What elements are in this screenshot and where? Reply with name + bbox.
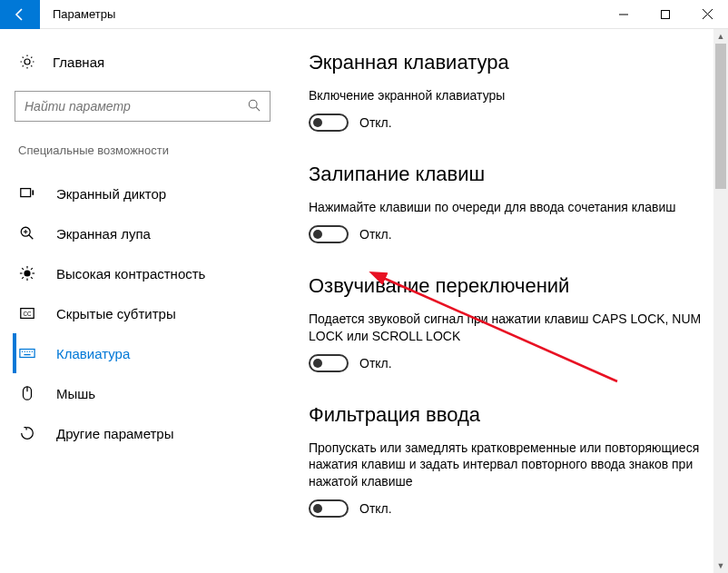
section-desc-sticky: Нажимайте клавиши по очереди для ввода с… [309, 199, 704, 216]
sidebar-item-other[interactable]: Другие параметры [13, 413, 272, 453]
svg-line-19 [22, 277, 24, 279]
mouse-icon [18, 384, 36, 402]
sidebar-item-mouse[interactable]: Мышь [13, 373, 272, 413]
svg-point-27 [29, 351, 30, 351]
section-desc-filter: Пропускать или замедлять кратковременные… [309, 440, 704, 491]
toggle-filter[interactable] [309, 499, 349, 518]
toggle-togglekeys[interactable] [309, 354, 349, 372]
close-button[interactable] [686, 0, 728, 29]
section-heading-osk: Экранная клавиатура [309, 51, 704, 74]
svg-point-28 [32, 351, 33, 351]
content-pane: Экранная клавиатура Включение экранной к… [281, 29, 728, 573]
section-header: Специальные возможности [13, 140, 272, 161]
toggle-osk[interactable] [309, 114, 349, 132]
toggle-label-filter: Откл. [359, 501, 392, 516]
svg-rect-29 [24, 354, 30, 355]
svg-rect-6 [21, 189, 31, 197]
search-input[interactable] [25, 99, 248, 114]
section-heading-filter: Фильтрация ввода [309, 403, 704, 427]
svg-point-24 [22, 351, 23, 351]
svg-point-4 [249, 100, 257, 108]
svg-line-5 [256, 107, 260, 111]
scrollbar[interactable]: ▲ ▼ [713, 29, 728, 573]
sidebar-item-label: Высокая контрастность [56, 266, 205, 282]
sidebar-item-magnifier[interactable]: Экранная лупа [13, 213, 272, 253]
sidebar-item-label: Экранная лупа [56, 226, 151, 242]
svg-line-20 [31, 268, 33, 270]
gear-icon [18, 53, 36, 71]
toggle-label-togglekeys: Откл. [359, 356, 392, 370]
svg-point-26 [26, 351, 27, 351]
sidebar-item-label: Клавиатура [56, 346, 130, 361]
magnifier-icon [18, 224, 36, 242]
toggle-sticky[interactable] [309, 225, 349, 243]
toggle-label-sticky: Откл. [359, 227, 392, 242]
section-heading-togglekeys: Озвучивание переключений [309, 274, 704, 298]
section-heading-sticky: Залипание клавиш [309, 163, 704, 186]
sidebar-item-keyboard[interactable]: Клавиатура [13, 333, 272, 373]
scroll-thumb[interactable] [715, 44, 726, 189]
sidebar: Главная Специальные возможности Экранный… [0, 29, 281, 573]
sidebar-item-narrator[interactable]: Экранный диктор [13, 173, 272, 213]
titlebar: Параметры [0, 0, 728, 29]
svg-point-25 [25, 351, 25, 351]
section-desc-osk: Включение экранной клавиатуры [309, 87, 704, 104]
sidebar-item-label: Экранный диктор [56, 186, 166, 202]
contrast-icon [18, 264, 36, 282]
sidebar-item-captions[interactable]: CC Скрытые субтитры [13, 293, 272, 333]
home-link[interactable]: Главная [13, 45, 272, 78]
svg-line-18 [31, 277, 33, 279]
search-box[interactable] [15, 91, 271, 122]
captions-icon: CC [18, 304, 36, 322]
other-icon [18, 424, 36, 442]
scroll-down-arrow[interactable]: ▼ [713, 558, 728, 573]
toggle-label-osk: Откл. [359, 115, 392, 130]
search-icon [248, 99, 261, 114]
svg-point-12 [24, 270, 30, 276]
maximize-button[interactable] [644, 0, 686, 29]
section-desc-togglekeys: Подается звуковой сигнал при нажатии кла… [309, 311, 704, 345]
sidebar-item-label: Другие параметры [56, 426, 174, 441]
svg-rect-23 [20, 350, 34, 358]
svg-line-9 [29, 235, 34, 240]
svg-rect-1 [662, 10, 670, 18]
sidebar-item-label: Скрытые субтитры [56, 306, 176, 321]
keyboard-icon [18, 344, 36, 362]
svg-rect-7 [32, 190, 34, 194]
narrator-icon [18, 184, 36, 203]
window-title: Параметры [53, 7, 115, 21]
scroll-up-arrow[interactable]: ▲ [713, 29, 728, 44]
back-button[interactable] [0, 0, 40, 29]
svg-text:CC: CC [24, 311, 33, 317]
sidebar-item-label: Мышь [56, 386, 95, 401]
svg-line-17 [22, 268, 24, 270]
minimize-button[interactable] [603, 0, 644, 29]
home-label: Главная [53, 54, 104, 70]
sidebar-item-contrast[interactable]: Высокая контрастность [13, 253, 272, 293]
